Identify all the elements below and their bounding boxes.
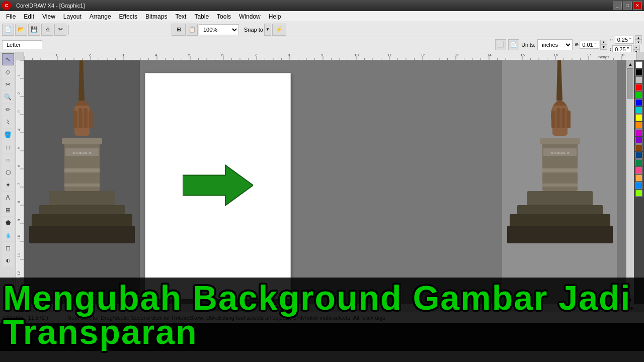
units-select[interactable]: inches xyxy=(537,39,573,50)
before-image: 32 JANUARI - 19 xyxy=(24,60,140,304)
paper-select-box: Letter xyxy=(2,40,42,49)
color-black[interactable] xyxy=(635,69,642,76)
margin-h-up[interactable]: ▲ xyxy=(635,35,642,40)
horizontal-scrollbar[interactable]: ◄ ► xyxy=(24,304,644,312)
status-bar: ( 11.995 , 11.572 ) Next click for Drag/… xyxy=(0,312,644,323)
nudge-up[interactable]: ▲ xyxy=(600,40,607,45)
menu-tools[interactable]: Tools xyxy=(213,12,235,21)
toolbar-property: Letter ⬜ 📄 Units: inches ⊕ 0.01 " ▲ ▼ ↔ … xyxy=(0,37,644,52)
tool-select[interactable]: ↖ xyxy=(2,53,14,65)
color-cyan[interactable] xyxy=(635,107,642,114)
maximize-button[interactable]: □ xyxy=(623,2,632,10)
nudge-down[interactable]: ▼ xyxy=(600,45,607,50)
open-button[interactable]: 📂 xyxy=(15,24,27,36)
menu-window[interactable]: Window xyxy=(235,12,265,21)
tool-knife[interactable]: ✂ xyxy=(2,78,14,90)
color-green[interactable] xyxy=(635,92,642,99)
ruler-horizontal xyxy=(24,52,636,60)
coordinates: ( 11.995 , 11.572 ) xyxy=(3,315,63,321)
color-magenta[interactable] xyxy=(635,129,642,136)
units-label: Units: xyxy=(521,42,535,48)
zoom-page-btn[interactable]: 📋 xyxy=(187,24,198,36)
menu-arrange[interactable]: Arrange xyxy=(86,12,115,21)
snap-settings-btn[interactable]: ⚡ xyxy=(272,24,286,36)
svg-rect-5 xyxy=(78,108,83,128)
svg-rect-36 xyxy=(542,184,578,187)
tool-color-eyedropper[interactable]: 💧 xyxy=(2,229,14,241)
tool-rectangle[interactable]: □ xyxy=(2,141,14,153)
svg-text:32 JANUARI - 19: 32 JANUARI - 19 xyxy=(73,152,92,154)
scroll-right-btn[interactable]: ► xyxy=(628,304,636,312)
tool-fill[interactable]: 🪣 xyxy=(2,129,14,141)
new-button[interactable]: 📄 xyxy=(2,24,14,36)
window-title: CorelDRAW X4 - [Graphic1] xyxy=(16,3,85,9)
portrait-btn[interactable]: 📄 xyxy=(508,39,519,50)
tool-freehand[interactable]: ✏ xyxy=(2,104,14,116)
color-darkgreen[interactable] xyxy=(635,159,642,166)
margin-v-up[interactable]: ▲ xyxy=(633,45,640,49)
color-lightblue[interactable] xyxy=(635,182,642,189)
nudge-value: 0.01 " xyxy=(580,41,599,49)
color-lime[interactable] xyxy=(635,190,642,197)
scroll-up-btn[interactable]: ▲ xyxy=(626,60,634,68)
color-lightorange[interactable] xyxy=(635,174,642,182)
menu-text[interactable]: Text xyxy=(171,12,190,21)
color-gray[interactable] xyxy=(635,76,642,83)
svg-rect-12 xyxy=(49,191,115,206)
menu-help[interactable]: Help xyxy=(265,12,285,21)
menu-table[interactable]: Table xyxy=(190,12,213,21)
tool-zoom[interactable]: 🔍 xyxy=(2,91,14,103)
page-canvas xyxy=(145,73,291,299)
tool-shape[interactable]: ◇ xyxy=(2,66,14,78)
color-palette xyxy=(634,60,644,304)
landscape-btn[interactable]: ⬜ xyxy=(495,39,506,50)
margin-h-icon: ↔ xyxy=(609,37,614,42)
app-logo: C xyxy=(2,1,11,10)
scroll-thumb-h[interactable] xyxy=(211,305,251,311)
zoom-mode-btn[interactable]: ⊞ xyxy=(172,24,186,36)
tool-complex[interactable]: ✦ xyxy=(2,179,14,191)
ruler-corner-right xyxy=(636,52,644,60)
toolbox: ↖ ◇ ✂ 🔍 ✏ ⌇ 🪣 □ ○ ⬡ ✦ A ⊞ ⬟ 💧 ◻ ◐ xyxy=(0,52,16,312)
menu-edit[interactable]: Edit xyxy=(20,12,38,21)
scroll-thumb-v[interactable] xyxy=(627,68,633,99)
scroll-down-btn[interactable]: ▼ xyxy=(626,296,634,304)
window-controls[interactable]: _ □ ✕ xyxy=(613,2,642,10)
ruler-vertical xyxy=(16,60,24,304)
color-purple[interactable] xyxy=(635,137,642,144)
tool-smart-draw[interactable]: ⌇ xyxy=(2,116,14,128)
menu-layout[interactable]: Layout xyxy=(59,12,86,21)
svg-rect-9 xyxy=(62,138,102,144)
scroll-track-v xyxy=(626,68,634,296)
color-pink[interactable] xyxy=(635,167,642,174)
menu-file[interactable]: File xyxy=(2,12,20,21)
tool-text[interactable]: A xyxy=(2,192,14,204)
tool-ellipse[interactable]: ○ xyxy=(2,154,14,166)
snap-dropdown[interactable]: ▼ xyxy=(264,24,271,36)
color-brown[interactable] xyxy=(635,144,642,151)
cut-button[interactable]: ✂ xyxy=(54,24,66,36)
tool-table[interactable]: ⊞ xyxy=(2,204,14,216)
tool-polygon[interactable]: ⬡ xyxy=(2,166,14,178)
color-red[interactable] xyxy=(635,84,642,91)
color-white[interactable] xyxy=(635,61,642,68)
tool-blend[interactable]: ◐ xyxy=(2,254,14,266)
color-orange[interactable] xyxy=(635,122,642,129)
color-darkblue[interactable] xyxy=(635,152,642,159)
scroll-left-btn[interactable]: ◄ xyxy=(24,304,32,312)
save-button[interactable]: 💾 xyxy=(28,24,40,36)
minimize-button[interactable]: _ xyxy=(613,2,622,10)
color-blue[interactable] xyxy=(635,99,642,106)
menu-view[interactable]: View xyxy=(38,12,59,21)
menu-bitmaps[interactable]: Bitmaps xyxy=(141,12,171,21)
tool-outline[interactable]: ◻ xyxy=(2,242,14,254)
vertical-scrollbar[interactable]: ▲ ▼ xyxy=(626,60,634,304)
zoom-select[interactable]: 100% xyxy=(199,24,239,35)
margin-h-down[interactable]: ▼ xyxy=(635,40,642,44)
print-button[interactable]: 🖨 xyxy=(41,24,53,36)
color-yellow[interactable] xyxy=(635,114,642,121)
tool-dimension[interactable]: ⬟ xyxy=(2,217,14,229)
close-button[interactable]: ✕ xyxy=(633,2,642,10)
svg-rect-35 xyxy=(542,168,578,172)
menu-effects[interactable]: Effects xyxy=(115,12,141,21)
